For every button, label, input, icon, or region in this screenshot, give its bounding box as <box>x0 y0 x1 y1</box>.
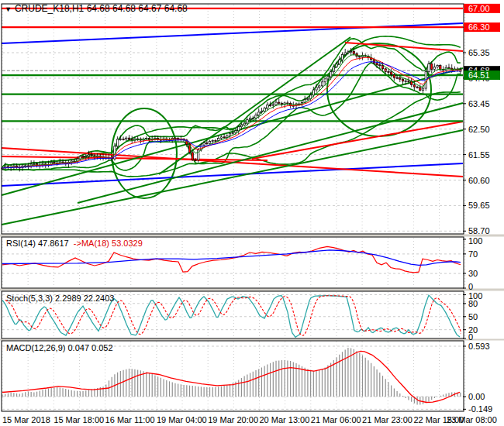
time-label: 23 Mar 08:00 <box>447 415 497 424</box>
price-axis: 66.3065.3564.4063.4562.5061.5560.6059.65… <box>463 22 492 414</box>
rsi-layer <box>2 246 461 272</box>
svg-text:0: 0 <box>468 332 473 342</box>
svg-text:64.51: 64.51 <box>468 70 490 80</box>
time-label: 21 Mar 06:00 <box>311 415 361 424</box>
svg-text:67.00: 67.00 <box>468 4 490 13</box>
dropdown-arrow-icon[interactable]: ▼ <box>5 5 12 14</box>
rsi-indicator-label: RSI(14) 47.8617 ->MA(18) 53.0329 <box>6 239 143 248</box>
macd-indicator-label: MACD(12,26,9) 0.047 0.052 <box>6 343 113 352</box>
svg-text:58.70: 58.70 <box>468 226 490 235</box>
svg-text:61.55: 61.55 <box>468 150 490 160</box>
time-label: 15 Mar 18:00 <box>54 415 104 424</box>
svg-text:80: 80 <box>468 299 478 308</box>
symbol-period-label: CRUDE_K18,H1 <box>15 3 84 14</box>
svg-text:0.00: 0.00 <box>468 392 485 401</box>
svg-text:66.30: 66.30 <box>468 22 490 32</box>
svg-text:59.65: 59.65 <box>468 201 490 210</box>
svg-text:-0.149: -0.149 <box>468 404 492 414</box>
level-lines-layer <box>2 9 463 121</box>
svg-text:50: 50 <box>468 312 478 321</box>
time-label: 16 Mar 11:00 <box>105 415 155 424</box>
svg-text:60.60: 60.60 <box>468 176 490 185</box>
svg-text:100: 100 <box>468 236 482 246</box>
svg-text:70: 70 <box>468 249 478 259</box>
time-label: 19 Mar 20:00 <box>208 415 258 424</box>
svg-text:63.45: 63.45 <box>468 99 490 108</box>
time-axis: 15 Mar 201815 Mar 18:0016 Mar 11:0019 Ma… <box>2 415 497 424</box>
stochastic-indicator-label: Stoch(5,3,3) 2.2989 22.2403 <box>6 294 114 303</box>
chart-title: ▼CRUDE_K18,H1 64.68 64.68 64.67 64.68 <box>5 4 188 14</box>
chart-canvas[interactable]: 66.3065.3564.4063.4562.5061.5560.6059.65… <box>0 0 504 426</box>
svg-text:65.35: 65.35 <box>468 48 490 57</box>
time-label: 21 Mar 23:00 <box>362 415 413 424</box>
svg-text:0.593: 0.593 <box>468 342 490 351</box>
time-label: 15 Mar 2018 <box>2 415 50 424</box>
time-label: 19 Mar 04:00 <box>157 415 207 424</box>
svg-text:0: 0 <box>468 282 473 291</box>
trendlines-layer <box>2 23 463 225</box>
bollinger-bands-layer <box>2 36 461 177</box>
svg-text:62.50: 62.50 <box>468 125 490 134</box>
price-badges: 67.0066.3064.6864.51 <box>464 4 500 80</box>
ohlc-values: 64.68 64.68 64.67 64.68 <box>87 3 188 14</box>
panel-separators <box>0 235 504 341</box>
time-label: 20 Mar 13:00 <box>260 415 310 424</box>
trading-chart-window: { "window": { "symbol_period": "CRUDE_K1… <box>0 0 504 426</box>
svg-text:30: 30 <box>468 269 478 278</box>
